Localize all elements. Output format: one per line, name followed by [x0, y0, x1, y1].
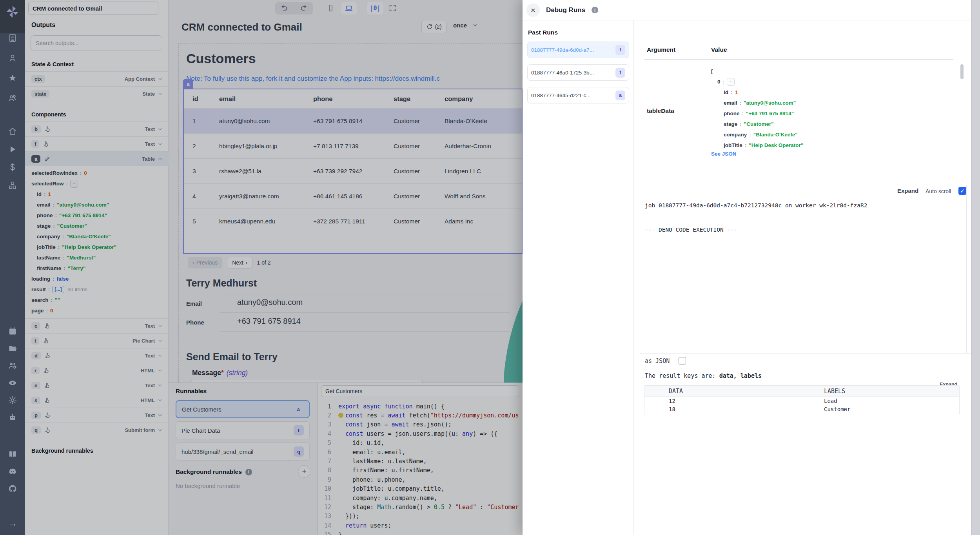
calendar-icon[interactable] — [7, 326, 18, 336]
collapse-sidebar-button[interactable]: → — [0, 511, 25, 535]
code-token: phone: u.phone, — [338, 476, 406, 483]
json-scrollbar-thumb[interactable] — [960, 64, 964, 79]
star-icon[interactable] — [7, 73, 18, 83]
building-icon[interactable] — [7, 33, 18, 43]
table-row[interactable]: 2hbingley1@plala.or.jp+7 813 117 7139Cus… — [184, 133, 522, 158]
json-value: "Terry" — [68, 265, 86, 271]
json-value[interactable]: [...] — [52, 286, 64, 293]
pointer-hand-icon — [41, 427, 51, 434]
user-icon[interactable] — [7, 53, 18, 63]
see-json-link[interactable]: See JSON — [711, 151, 737, 157]
argument-column-header: Argument — [647, 46, 675, 53]
previous-page-button[interactable]: ‹Previous — [188, 257, 222, 268]
runnable-item[interactable]: Pie Chart Datat — [176, 421, 310, 439]
drawer-scrollbar[interactable] — [971, 0, 980, 535]
cell-company: Adams Inc — [445, 218, 522, 225]
log-scrollbar-track[interactable] — [966, 185, 967, 354]
undo-button[interactable] — [280, 4, 289, 13]
json-value: "+63 791 675 8914" — [59, 212, 107, 218]
json-value: false — [57, 276, 69, 282]
column-header-id[interactable]: id — [192, 95, 219, 103]
chevron-down-icon — [155, 427, 163, 433]
windmill-logo-icon[interactable] — [5, 5, 20, 19]
column-header-email[interactable]: email — [219, 95, 313, 103]
component-row-p[interactable]: pText — [25, 408, 169, 423]
json-value[interactable]: - — [727, 78, 735, 86]
json-row-search: search"" — [25, 295, 169, 305]
customers-table[interactable]: idemailphonestagecompany1atuny0@sohu.com… — [183, 89, 523, 254]
code-token: ? — [445, 504, 455, 511]
component-row-q[interactable]: qSubmit form — [25, 423, 169, 437]
as-json-checkbox[interactable] — [679, 357, 686, 365]
dollar-icon[interactable] — [7, 162, 18, 172]
column-header-company[interactable]: company — [445, 95, 522, 103]
desktop-view-button[interactable] — [341, 2, 357, 15]
component-row-s[interactable]: sHTML — [25, 393, 169, 408]
code-area[interactable]: 1export async function main() {2const re… — [318, 402, 523, 535]
next-page-button[interactable]: Next› — [227, 257, 252, 268]
output-row-ctx[interactable]: ctxApp Context — [25, 71, 169, 86]
refresh-button[interactable]: (2) — [421, 20, 446, 33]
component-row-c[interactable]: cText — [25, 318, 169, 333]
redo-button[interactable] — [299, 4, 308, 13]
json-value[interactable]: - — [70, 180, 78, 188]
json-value: "Help Desk Operator" — [749, 142, 803, 148]
component-row-t[interactable]: tPie Chart — [25, 333, 169, 348]
close-drawer-button[interactable]: × — [526, 4, 540, 17]
table-row[interactable]: 1atuny0@sohu.com+63 791 675 8914Customer… — [184, 108, 522, 133]
table-row[interactable]: 3rshawe2@51.la+63 739 292 7942CustomerLi… — [184, 158, 522, 183]
table-row[interactable]: 5kmeus4@upenn.edu+372 285 771 1911Custom… — [184, 209, 522, 234]
code-token: users; — [370, 522, 391, 529]
user-group-gear-icon[interactable] — [7, 361, 18, 371]
team-icon[interactable] — [7, 93, 18, 103]
past-run-item[interactable]: 01887777-46a0-1725-3b...t — [527, 64, 629, 81]
run-id: 01887777-46a0-1725-3b... — [531, 70, 594, 76]
colon — [44, 191, 46, 197]
eye-icon[interactable] — [7, 378, 18, 388]
code-text: const users = json.users.map((u: any) =>… — [338, 430, 497, 437]
folder-icon[interactable] — [7, 343, 18, 354]
code-line: 15} — [318, 530, 523, 535]
play-icon[interactable] — [7, 144, 18, 154]
auto-scroll-checkbox[interactable] — [958, 187, 966, 195]
search-outputs-input[interactable] — [31, 35, 162, 51]
book-icon[interactable] — [7, 449, 18, 459]
schedule-dropdown[interactable]: once — [453, 22, 478, 29]
app-canvas[interactable]: Customers Note: To fully use this app, f… — [169, 38, 523, 383]
refresh-icon — [426, 24, 433, 30]
runnable-item[interactable]: Get Customersa — [176, 400, 310, 418]
robot-icon[interactable] — [7, 412, 18, 423]
log-expand-link[interactable]: Expand — [897, 187, 918, 194]
home-icon[interactable] — [7, 126, 18, 136]
run-badge: a — [615, 91, 625, 100]
past-run-item[interactable]: 01887777-49da-6d0d-a7...t — [527, 42, 629, 58]
component-row-f[interactable]: fText — [25, 136, 169, 151]
fullscreen-icon[interactable] — [388, 4, 397, 12]
past-run-item[interactable]: 01887777-4645-d221-c...a — [527, 87, 629, 103]
center-canvas-button[interactable]: |0| — [367, 2, 383, 15]
json-row-id: id1 — [25, 189, 169, 199]
output-row-state[interactable]: stateState — [25, 86, 169, 101]
component-row-a[interactable]: aTable — [25, 151, 169, 166]
component-row-r[interactable]: rHTML — [25, 363, 169, 378]
add-background-runnable-button[interactable]: + — [298, 465, 310, 478]
component-row-d[interactable]: dText — [25, 348, 169, 363]
runnable-item[interactable]: hub/338/gmail/_send_emailq — [176, 443, 310, 461]
cubes-icon[interactable] — [7, 180, 18, 190]
lightbulb-icon[interactable] — [338, 413, 343, 418]
args-header-divider — [644, 59, 953, 60]
column-header-phone[interactable]: phone — [313, 95, 394, 103]
gear-icon[interactable] — [7, 395, 18, 405]
code-token: const — [345, 430, 367, 437]
editor-script-title[interactable]: Get Customers — [321, 385, 519, 397]
component-row-b[interactable]: bText — [25, 122, 169, 136]
discord-icon[interactable] — [7, 466, 18, 477]
component-row-e[interactable]: eText — [25, 378, 169, 393]
mobile-view-button[interactable] — [326, 4, 335, 12]
app-title-input[interactable] — [28, 2, 158, 15]
line-number: 14 — [318, 522, 331, 529]
table-row[interactable]: 4yraigatt3@nature.com+86 461 145 4186Cus… — [184, 183, 522, 209]
cell-email: yraigatt3@nature.com — [219, 193, 313, 200]
column-header-stage[interactable]: stage — [394, 95, 445, 103]
github-icon[interactable] — [7, 484, 18, 494]
